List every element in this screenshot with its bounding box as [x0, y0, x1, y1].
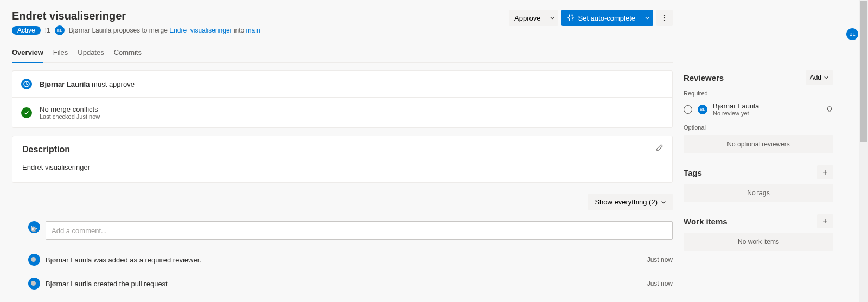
description-card: Description Endret visualiseringer — [12, 136, 673, 183]
clock-icon — [21, 79, 32, 89]
tab-commits[interactable]: Commits — [114, 48, 142, 62]
pr-id: !1 — [45, 27, 50, 34]
reviewer-status: No review yet — [713, 110, 759, 117]
status-card: Bjørnar Laurila must approve No merge co… — [12, 70, 673, 128]
tab-files[interactable]: Files — [53, 48, 68, 62]
svg-point-0 — [569, 14, 571, 16]
author-avatar: BL — [55, 25, 65, 35]
scrollbar-thumb[interactable] — [860, 1, 867, 142]
svg-point-2 — [664, 15, 665, 16]
chevron-down-icon — [824, 75, 829, 80]
add-workitem-button[interactable]: + — [817, 214, 833, 228]
optional-reviewers-empty: No optional reviewers — [684, 135, 833, 153]
svg-point-1 — [572, 14, 573, 16]
check-icon — [21, 107, 32, 118]
edit-description-button[interactable] — [656, 144, 663, 151]
activity-text: Bjørnar Laurila was added as a required … — [46, 256, 201, 264]
comment-input[interactable] — [46, 221, 673, 240]
target-branch-link[interactable]: main — [246, 27, 260, 34]
reviewer-item[interactable]: BL Bjørnar Laurila No review yet — [684, 100, 833, 119]
merge-status-text: No merge conflicts — [40, 105, 100, 113]
chevron-down-icon — [644, 15, 650, 21]
reviewer-suggestion-button[interactable] — [826, 106, 833, 113]
autocomplete-dropdown[interactable] — [641, 10, 653, 26]
reviewers-heading: Reviewers — [684, 73, 806, 82]
status-badge: Active — [12, 26, 41, 35]
pencil-icon — [656, 144, 663, 151]
timeline-line — [17, 226, 17, 301]
activity-item: BL Bjørnar Laurila created the pull requ… — [28, 278, 673, 290]
add-reviewer-button[interactable]: Add — [806, 70, 833, 85]
more-actions-button[interactable] — [656, 10, 673, 26]
page-title: Endret visualiseringer — [12, 10, 509, 22]
vertical-scrollbar[interactable] — [859, 0, 868, 302]
activity-time: Just now — [647, 256, 673, 264]
autocomplete-button-group: Set auto-complete — [561, 10, 653, 26]
chevron-down-icon — [550, 15, 555, 21]
user-avatar[interactable]: BL — [846, 28, 858, 40]
comment-composer: BL — [28, 221, 673, 240]
activity-text: Bjørnar Laurila created the pull request — [46, 280, 168, 288]
timeline-dot — [31, 281, 36, 286]
activity-filter-button[interactable]: Show everything (2) — [588, 194, 673, 210]
approve-dropdown[interactable] — [546, 10, 558, 26]
tags-section: Tags + No tags — [684, 165, 833, 202]
tab-overview[interactable]: Overview — [12, 48, 43, 63]
description-body: Endret visualiseringer — [22, 163, 662, 171]
approve-button-group: Approve — [509, 10, 558, 26]
description-heading: Description — [22, 145, 662, 155]
workitems-heading: Work items — [684, 217, 817, 226]
add-tag-button[interactable]: + — [817, 165, 833, 179]
reviewer-avatar: BL — [698, 105, 707, 114]
timeline-dot — [31, 257, 36, 262]
svg-point-3 — [664, 17, 665, 18]
merge-proposal-text: Bjørnar Laurila proposes to merge Endre_… — [69, 27, 260, 34]
activity-item: BL Bjørnar Laurila was added as a requir… — [28, 254, 673, 266]
tab-bar: Overview Files Updates Commits — [12, 48, 673, 63]
tags-empty: No tags — [684, 184, 833, 202]
lightbulb-icon — [826, 106, 833, 113]
required-label: Required — [684, 90, 833, 97]
optional-label: Optional — [684, 124, 833, 131]
timeline-dot — [31, 227, 36, 232]
merge-status-subtext: Last checked Just now — [40, 113, 100, 120]
reviewer-name: Bjørnar Laurila — [713, 102, 759, 110]
tags-heading: Tags — [684, 168, 817, 177]
review-status-ring-icon — [684, 105, 692, 114]
autocomplete-icon — [567, 14, 575, 22]
more-vertical-icon — [661, 14, 668, 22]
clock-icon — [32, 228, 37, 233]
workitems-section: Work items + No work items — [684, 214, 833, 251]
chevron-down-icon — [661, 200, 666, 205]
approve-button[interactable]: Approve — [509, 10, 546, 26]
activity-timeline: BL BL Bjørnar Laurila was added as a req… — [12, 221, 673, 301]
tab-updates[interactable]: Updates — [78, 48, 104, 62]
source-branch-link[interactable]: Endre_visualiseringer — [169, 27, 232, 34]
reviewers-section: Reviewers Add Required BL Bjørnar Lauril… — [684, 70, 833, 153]
svg-point-4 — [664, 20, 665, 21]
workitems-empty: No work items — [684, 233, 833, 251]
approval-required-text: Bjørnar Laurila must approve — [40, 80, 135, 88]
set-autocomplete-button[interactable]: Set auto-complete — [561, 10, 641, 26]
activity-time: Just now — [647, 280, 673, 287]
